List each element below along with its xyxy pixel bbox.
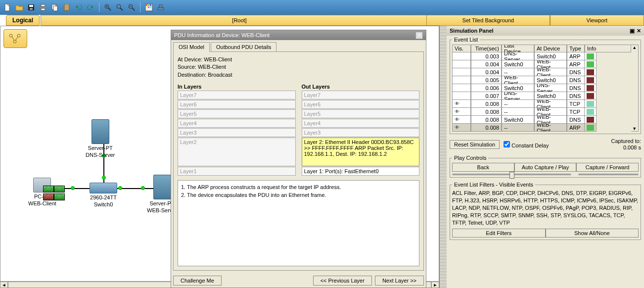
new-icon[interactable]: [2, 2, 13, 13]
challenge-me-button[interactable]: Challenge Me: [173, 276, 222, 286]
previous-layer-button[interactable]: << Previous Layer: [313, 276, 372, 286]
out-layer3[interactable]: Layer3: [302, 128, 420, 137]
svg-rect-5: [41, 4, 45, 6]
constant-delay-checkbox[interactable]: Constant Delay: [504, 141, 549, 148]
table-row[interactable]: 0.003DNS-ServerSwitch0ARP: [452, 52, 631, 60]
device-label: Switch0: [90, 201, 117, 207]
in-layer3[interactable]: Layer3: [178, 128, 296, 137]
cluster-tool-icon[interactable]: [3, 29, 27, 48]
capture-forward-button[interactable]: Capture / Forward: [576, 163, 639, 172]
dialog-titlebar[interactable]: PDU Information at Device: WEB-Client ✕: [171, 30, 426, 40]
tab-outbound-pdu[interactable]: Outbound PDU Details: [211, 42, 276, 51]
auto-capture-play-button[interactable]: Auto Capture / Play: [514, 163, 577, 172]
col-vis[interactable]: Vis.: [452, 45, 471, 52]
table-row[interactable]: 👁0.008--WEB-ClientTCP: [452, 100, 631, 108]
device-label: WEB-Client: [28, 200, 56, 206]
speed-slider[interactable]: [452, 174, 571, 175]
table-row[interactable]: 👁0.008Switch0WEB-ClientDNS: [452, 116, 631, 124]
table-row[interactable]: 0.004Switch0WEB-ClientARP: [452, 60, 631, 68]
set-tiled-bg-button[interactable]: Set Tiled Background: [426, 15, 550, 26]
back-button[interactable]: Back: [452, 163, 514, 172]
in-layer6[interactable]: Layer6: [178, 100, 296, 109]
col-info[interactable]: Info: [585, 45, 631, 52]
paste-icon[interactable]: [61, 2, 72, 13]
print-icon[interactable]: [38, 2, 48, 13]
logical-header: Logical [Root]: [0, 15, 439, 26]
layer-explanation: 1. The ARP process constructs a request …: [178, 180, 419, 266]
save-icon[interactable]: [26, 2, 37, 13]
svg-rect-21: [146, 4, 147, 6]
table-row[interactable]: 0.005WEB-ClientSwitch0DNS: [452, 76, 631, 84]
svg-line-12: [108, 8, 111, 10]
table-row[interactable]: 0.004--WEB-ClientDNS: [452, 68, 631, 76]
table-row[interactable]: 👁0.008--WEB-ClientTCP: [452, 108, 631, 116]
captured-to-label: Captured to: 0.008 s: [611, 138, 641, 151]
pdu-envelope-icon[interactable]: [54, 193, 65, 200]
open-icon[interactable]: [14, 2, 25, 13]
reset-simulation-button[interactable]: Reset Simulation: [450, 140, 500, 149]
in-layer2[interactable]: Layer2: [178, 138, 296, 166]
svg-rect-27: [158, 7, 164, 10]
tab-osi-model[interactable]: OSI Model: [173, 42, 210, 52]
pdu-summary: At Device: WEB-Client Source: WEB-Client…: [178, 56, 419, 79]
play-controls-group: Play Controls Back Auto Capture / Play C…: [450, 155, 641, 178]
svg-rect-28: [159, 5, 162, 7]
close-icon[interactable]: ✕: [637, 28, 641, 34]
palette-icon[interactable]: [143, 2, 154, 13]
main-toolbar: [0, 0, 644, 15]
svg-rect-8: [53, 6, 57, 11]
out-layer7[interactable]: Layer7: [302, 91, 420, 99]
device-label: DNS-Server: [86, 152, 115, 158]
event-list-table[interactable]: Vis. Time(sec) Last Device At Device Typ…: [452, 45, 631, 132]
svg-rect-22: [148, 4, 149, 6]
out-layer2[interactable]: Layer 2: Ethernet II Header 00D0.BC93.85…: [302, 138, 420, 166]
pdu-envelope-icon[interactable]: [43, 186, 54, 192]
table-row[interactable]: 0.007DNS-ServerSwitch0DNS: [452, 92, 631, 100]
zoom-out-icon[interactable]: [126, 2, 137, 13]
custom-devices-icon[interactable]: [155, 2, 166, 13]
viewport-button[interactable]: Viewport: [550, 15, 644, 26]
logical-tab[interactable]: Logical: [6, 15, 40, 26]
speed-slider-2[interactable]: [578, 174, 639, 175]
panel-resize-grip[interactable]: [440, 26, 447, 288]
svg-rect-3: [30, 8, 33, 10]
pdu-envelope-icon[interactable]: [43, 193, 54, 200]
out-layer6[interactable]: Layer6: [302, 100, 420, 109]
edit-filters-button[interactable]: Edit Filters: [452, 229, 546, 238]
redo-icon[interactable]: [85, 2, 96, 13]
svg-rect-0: [5, 4, 9, 11]
out-layer5[interactable]: Layer5: [302, 109, 420, 118]
next-layer-button[interactable]: Next Layer >>: [375, 276, 424, 286]
undo-icon[interactable]: [73, 2, 84, 13]
in-layer7[interactable]: Layer7: [178, 91, 296, 99]
in-layer4[interactable]: Layer4: [178, 119, 296, 128]
col-last-device[interactable]: Last Device: [502, 45, 534, 52]
col-at-device[interactable]: At Device: [534, 45, 567, 52]
zoom-reset-icon[interactable]: [114, 2, 125, 13]
table-row[interactable]: 👁0.008--WEB-ClientARP: [452, 124, 631, 132]
svg-line-18: [132, 8, 135, 10]
close-icon[interactable]: ✕: [415, 32, 423, 39]
device-label: Server-PT: [86, 145, 115, 151]
copy-icon[interactable]: [49, 2, 60, 13]
zoom-in-icon[interactable]: [102, 2, 113, 13]
col-time[interactable]: Time(sec): [471, 45, 502, 52]
dock-icon[interactable]: ▣: [630, 28, 635, 34]
in-layer5[interactable]: Layer5: [178, 109, 296, 118]
root-level-button[interactable]: [Root]: [41, 15, 438, 26]
show-all-none-button[interactable]: Show All/None: [546, 229, 639, 238]
in-layer1[interactable]: Layer1: [178, 167, 296, 176]
col-type[interactable]: Type: [567, 45, 585, 52]
out-layer1[interactable]: Layer 1: Port(s): FastEthernet0: [302, 167, 420, 176]
device-switch[interactable]: 2960-24TT Switch0: [90, 183, 117, 207]
out-layer4[interactable]: Layer4: [302, 119, 420, 128]
pdu-envelope-icon[interactable]: [54, 186, 65, 192]
table-row[interactable]: 0.006Switch0DNS-ServerDNS: [452, 84, 631, 92]
svg-point-31: [13, 40, 16, 43]
svg-rect-10: [65, 4, 68, 5]
filter-protocols-text: ACL Filter, ARP, BGP, CDP, DHCP, DHCPv6,…: [452, 190, 639, 226]
device-label: 2960-24TT: [90, 194, 117, 200]
event-list-scrollbar[interactable]: ▲ ▼: [631, 45, 639, 132]
device-dns-server[interactable]: Server-PT DNS-Server: [86, 119, 115, 158]
out-layers-column: Out Layers Layer7 Layer6 Layer5 Layer4 L…: [302, 84, 420, 176]
